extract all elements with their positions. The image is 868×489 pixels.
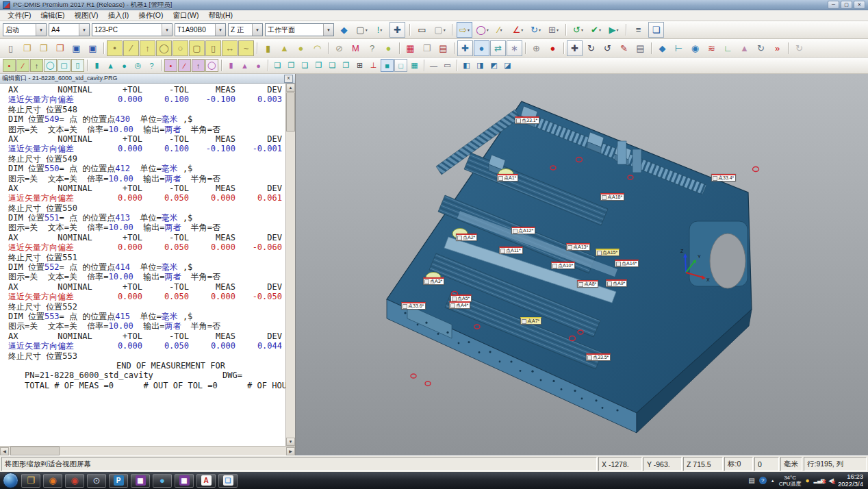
measured-square-slot-icon[interactable]: ▯ bbox=[205, 40, 221, 56]
axis-arrows-icon[interactable]: ∟ bbox=[720, 40, 736, 56]
weather-tray-icon[interactable]: ● bbox=[806, 477, 810, 484]
program-window-icon[interactable]: ❐ bbox=[419, 40, 435, 56]
feature-circle-icon[interactable]: ◯▾ bbox=[474, 22, 490, 38]
dropdown-arrow-icon[interactable]: ▾ bbox=[557, 27, 559, 32]
dropdown-arrow-icon[interactable]: ▾ bbox=[581, 27, 583, 32]
snapshot-icon[interactable]: ◉ bbox=[687, 40, 703, 56]
pcdmis-camera-taskbar-icon[interactable]: ⊙ bbox=[87, 474, 106, 488]
minimize-button[interactable]: ─ bbox=[828, 1, 839, 9]
vertical-scrollbar[interactable]: ▲ ▼ bbox=[285, 84, 295, 446]
chrome-taskbar-icon[interactable]: ◉ bbox=[65, 474, 84, 488]
auto-line-icon[interactable]: ∕ bbox=[16, 59, 29, 72]
menu-item-7[interactable]: 帮助(H) bbox=[203, 10, 238, 21]
dropdown-arrow-icon[interactable]: ▾ bbox=[366, 27, 368, 32]
feature-label[interactable]: 点A18* bbox=[600, 193, 624, 201]
save-as-icon[interactable]: ▣ bbox=[85, 40, 101, 56]
auto-cone-icon[interactable]: ▲ bbox=[104, 59, 117, 72]
scroll-left-icon[interactable]: ◀ bbox=[0, 447, 9, 455]
delete-program-icon[interactable]: ❐ bbox=[52, 40, 68, 56]
edit-window-header[interactable]: 编辑窗口 - 21-8228_6000_std_cavity.PRG x bbox=[0, 74, 295, 84]
feature-label[interactable]: 点A3* bbox=[423, 277, 444, 285]
feature-label[interactable]: 点A7* bbox=[520, 317, 541, 325]
probe-builder-icon[interactable]: ▲ bbox=[737, 40, 752, 56]
measured-cone-icon[interactable]: ▲ bbox=[277, 40, 292, 56]
graphic-display-window[interactable]: Z Y X 点33.1*点A1*点A18*点33.4*点A12*点A2*点A13… bbox=[296, 74, 868, 455]
open-part-program-icon[interactable]: ❐ bbox=[19, 40, 35, 56]
gauge-icon[interactable]: ⊘ bbox=[331, 40, 347, 56]
dimension-angle-icon[interactable]: ∠▾ bbox=[510, 22, 526, 38]
feature-label[interactable]: 点A8* bbox=[577, 280, 598, 288]
cad-app-taskbar-icon[interactable]: ▦ bbox=[131, 474, 150, 488]
measured-width-icon[interactable]: ↔ bbox=[222, 40, 238, 56]
measured-cylinder-icon[interactable]: ▮ bbox=[260, 40, 276, 56]
feature-label[interactable]: 点A9* bbox=[606, 279, 627, 287]
start-button[interactable] bbox=[3, 473, 18, 488]
feature-label[interactable]: 点A10* bbox=[551, 262, 575, 269]
measured-circle-icon[interactable]: ◯ bbox=[156, 40, 172, 56]
alignment-icon[interactable]: !▾ bbox=[372, 22, 387, 38]
combo-workplane[interactable]: 工作平面▼ bbox=[265, 23, 334, 36]
probe-pen-icon[interactable]: ✎ bbox=[616, 40, 632, 56]
feature-label[interactable]: 点A12* bbox=[511, 227, 535, 234]
feature-label[interactable]: 点33.6* bbox=[401, 302, 426, 310]
pan-button-icon[interactable]: ✚ bbox=[457, 40, 473, 56]
auto-square-slot-icon[interactable]: ▯ bbox=[71, 59, 84, 72]
combo-dropdown-icon[interactable]: ▼ bbox=[215, 24, 225, 36]
report-layout-4-icon[interactable]: ◪ bbox=[501, 59, 514, 72]
color-window-icon[interactable]: ▦ bbox=[403, 40, 418, 56]
taskbar-clock[interactable]: 16:232022/3/4 bbox=[838, 473, 865, 488]
constructed-cone-icon[interactable]: ▲ bbox=[238, 59, 251, 72]
combo-dropdown-icon[interactable]: ▼ bbox=[162, 24, 172, 36]
feature-label[interactable]: 点A4* bbox=[449, 301, 470, 309]
graphic-view-icon[interactable]: ▢▾ bbox=[354, 22, 370, 38]
combo-dropdown-icon[interactable]: ▼ bbox=[79, 24, 89, 36]
explorer-taskbar-icon[interactable]: ❐ bbox=[21, 474, 40, 488]
auto-round-slot-icon[interactable]: ▢ bbox=[58, 59, 71, 72]
comment-icon[interactable]: ▭ bbox=[414, 22, 430, 38]
zoom-extents-icon[interactable]: ∗ bbox=[507, 40, 522, 56]
measured-surface-icon[interactable]: ◠ bbox=[309, 40, 325, 56]
scroll-down-icon[interactable]: ▼ bbox=[286, 438, 295, 446]
feature-label[interactable]: 点A11* bbox=[499, 247, 523, 254]
constructed-circle-icon[interactable]: ◯ bbox=[205, 59, 218, 72]
rotate-refresh-icon[interactable]: ⇄ bbox=[490, 40, 506, 56]
emergency-stop-icon[interactable]: ● bbox=[545, 40, 561, 56]
menu-item-6[interactable]: 窗口(W) bbox=[168, 10, 204, 21]
edit-window-text[interactable]: AX NOMINAL+TOL-TOLMEASDEV逼近矢量方向偏差0.0000.… bbox=[0, 84, 285, 446]
feature-label[interactable]: 点A1* bbox=[497, 174, 518, 181]
rotate-2d-icon[interactable]: ↻ bbox=[583, 40, 599, 56]
pan-mode-icon[interactable]: ✚ bbox=[567, 40, 583, 56]
menu-item-5[interactable]: 操作(O) bbox=[133, 10, 168, 21]
combo-dropdown-icon[interactable]: ▼ bbox=[323, 24, 333, 36]
dropdown-arrow-icon[interactable]: ▾ bbox=[380, 27, 382, 32]
view-right-icon[interactable]: ❒ bbox=[312, 59, 325, 72]
dropdown-arrow-icon[interactable]: ▾ bbox=[616, 27, 618, 32]
menu-item-1[interactable]: 文件(F) bbox=[3, 10, 36, 21]
firefox-taskbar-icon[interactable]: ◉ bbox=[43, 474, 62, 488]
vertical-scroll-thumb[interactable] bbox=[286, 92, 295, 131]
menu-item-4[interactable]: 插入(I) bbox=[103, 10, 133, 21]
dropdown-arrow-icon[interactable]: ▾ bbox=[539, 27, 541, 32]
combo-probe-file[interactable]: 123-PC▼ bbox=[92, 23, 173, 36]
feature-label[interactable]: 点A15* bbox=[596, 249, 620, 256]
generic-feature-icon[interactable]: ▢▾ bbox=[432, 22, 448, 38]
measured-line-icon[interactable]: ∕ bbox=[123, 40, 139, 56]
rotate-3d-icon[interactable]: ↺ bbox=[600, 40, 615, 56]
horizontal-scroll-thumb[interactable] bbox=[10, 447, 60, 455]
volume-tray-icon[interactable]: ◀✕ bbox=[828, 477, 834, 484]
feature-label[interactable]: 点33.1* bbox=[515, 116, 539, 124]
measured-ellipse-icon[interactable]: ○ bbox=[173, 40, 188, 56]
execute-icon[interactable]: ▶▾ bbox=[606, 22, 622, 38]
constructed-line-icon[interactable]: ∕ bbox=[178, 59, 191, 72]
view-front-icon[interactable]: ❏ bbox=[271, 59, 284, 72]
draw-line-icon[interactable]: — bbox=[427, 59, 440, 72]
acrobat-taskbar-icon[interactable]: A bbox=[196, 474, 216, 488]
dropdown-arrow-icon[interactable]: ▾ bbox=[599, 27, 601, 32]
dimension-icon[interactable]: M bbox=[348, 40, 363, 56]
feature-tree-icon[interactable]: ⊢ bbox=[671, 40, 687, 56]
new-part-program-icon[interactable]: ▯ bbox=[3, 40, 18, 56]
auto-circle-icon[interactable]: ◯ bbox=[44, 59, 57, 72]
feature-label[interactable]: 点A2* bbox=[456, 234, 477, 241]
edit-window-layout-icon[interactable]: ≡ bbox=[630, 22, 646, 38]
constructed-plane-icon[interactable]: ↑ bbox=[192, 59, 205, 72]
